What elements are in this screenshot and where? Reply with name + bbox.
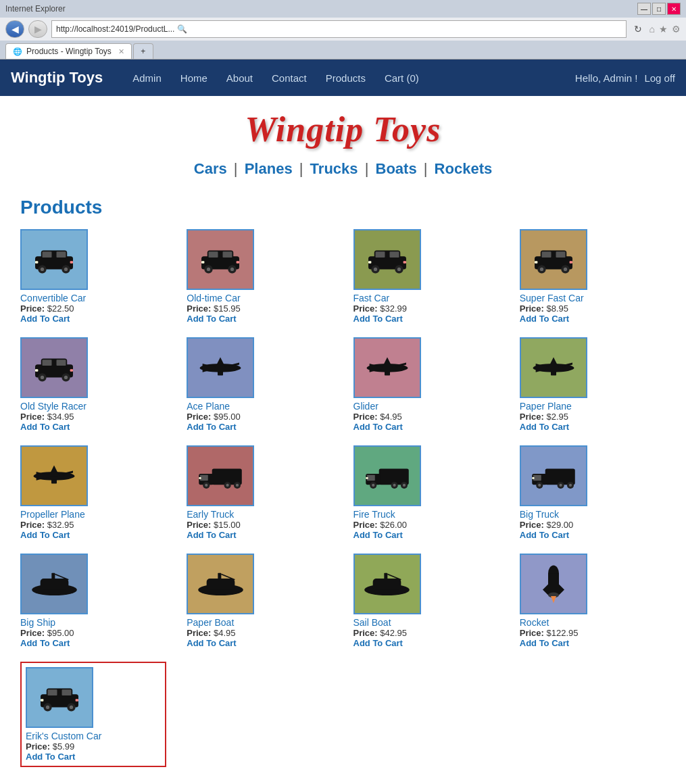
add-to-cart-button[interactable]: Add To Cart: [187, 638, 236, 648]
add-to-cart-button[interactable]: Add To Cart: [20, 530, 70, 540]
product-name[interactable]: Old Style Racer: [20, 401, 87, 412]
price-label: Price:: [187, 520, 211, 530]
product-name[interactable]: Fast Car: [353, 293, 390, 303]
sep-1: |: [234, 160, 238, 177]
add-to-cart-button[interactable]: Add To Cart: [520, 638, 569, 648]
svg-rect-59: [385, 371, 390, 375]
cat-rockets[interactable]: Rockets: [435, 160, 493, 177]
product-price: Price: $8.95: [520, 303, 568, 314]
cat-trucks[interactable]: Trucks: [310, 160, 358, 177]
nav-contact[interactable]: Contact: [262, 62, 316, 95]
cat-planes[interactable]: Planes: [245, 160, 293, 177]
add-to-cart-button[interactable]: Add To Cart: [353, 530, 403, 540]
product-image[interactable]: [20, 229, 88, 290]
product-image[interactable]: [26, 667, 93, 728]
svg-point-98: [569, 484, 572, 487]
svg-rect-126: [41, 699, 43, 702]
product-image[interactable]: [353, 229, 421, 290]
product-name[interactable]: Propeller Plane: [20, 509, 85, 520]
add-to-cart-button[interactable]: Add To Cart: [187, 422, 236, 432]
sep-3: |: [365, 160, 369, 177]
back-button[interactable]: ◀: [5, 20, 24, 38]
product-image[interactable]: [187, 445, 254, 506]
add-to-cart-button[interactable]: Add To Cart: [520, 530, 569, 540]
product-image[interactable]: [353, 554, 421, 614]
product-name[interactable]: Glider: [353, 401, 378, 412]
product-image[interactable]: [353, 445, 421, 506]
product-name[interactable]: Sail Boat: [353, 617, 391, 628]
svg-rect-19: [237, 261, 239, 264]
nav-admin[interactable]: Admin: [123, 62, 171, 95]
svg-rect-99: [532, 477, 534, 479]
maximize-button[interactable]: □: [652, 3, 666, 15]
product-image[interactable]: [20, 554, 88, 614]
svg-rect-12: [209, 251, 218, 258]
product-image[interactable]: [353, 337, 421, 398]
product-name[interactable]: Ace Plane: [187, 401, 230, 412]
svg-rect-72: [200, 475, 208, 481]
svg-point-45: [41, 376, 44, 379]
product-image[interactable]: [187, 337, 254, 398]
add-to-cart-button[interactable]: Add To Cart: [520, 422, 569, 432]
product-image[interactable]: [187, 229, 254, 290]
product-name[interactable]: Early Truck: [187, 509, 234, 520]
product-price: Price: $29.00: [520, 520, 574, 530]
add-to-cart-button[interactable]: Add To Cart: [20, 314, 70, 324]
nav-about[interactable]: About: [217, 62, 262, 95]
product-price: Price: $26.00: [353, 520, 408, 530]
product-image[interactable]: [520, 229, 587, 290]
product-name[interactable]: Paper Boat: [187, 617, 234, 628]
favorites-icon[interactable]: ★: [659, 24, 668, 34]
add-to-cart-button[interactable]: Add To Cart: [187, 530, 236, 540]
svg-rect-102: [51, 573, 55, 580]
add-to-cart-button[interactable]: Add To Cart: [20, 638, 70, 648]
brand-logo[interactable]: Wingtip Toys: [11, 69, 103, 87]
product-image[interactable]: [520, 445, 587, 506]
home-icon[interactable]: ⌂: [650, 24, 655, 34]
nav-cart[interactable]: Cart (0): [375, 62, 428, 95]
product-name[interactable]: Paper Plane: [520, 401, 572, 412]
product-name[interactable]: Big Ship: [20, 617, 55, 628]
add-to-cart-button[interactable]: Add To Cart: [353, 422, 403, 432]
minimize-button[interactable]: —: [637, 3, 651, 15]
product-image[interactable]: [20, 445, 88, 506]
product-image[interactable]: [520, 554, 587, 614]
product-name[interactable]: Old-time Car: [187, 293, 240, 303]
forward-button[interactable]: ▶: [28, 20, 47, 38]
cat-cars[interactable]: Cars: [194, 160, 227, 177]
refresh-button[interactable]: ↻: [631, 22, 645, 36]
product-image[interactable]: [20, 337, 88, 398]
product-price: Price: $32.95: [20, 520, 74, 530]
nav-home[interactable]: Home: [171, 62, 217, 95]
logoff-link[interactable]: Log off: [644, 72, 675, 84]
price-label: Price:: [20, 520, 45, 530]
active-tab[interactable]: 🌐 Products - Wingtip Toys ✕: [5, 43, 132, 59]
close-button[interactable]: ✕: [667, 3, 681, 15]
add-to-cart-button[interactable]: Add To Cart: [26, 752, 75, 762]
tools-icon[interactable]: ⚙: [672, 24, 681, 34]
new-tab[interactable]: +: [133, 43, 153, 59]
product-image[interactable]: [187, 554, 254, 614]
product-item: Big Ship Price: $95.00 Add To Cart: [20, 554, 166, 648]
product-image[interactable]: [520, 337, 587, 398]
tab-close-button[interactable]: ✕: [118, 47, 124, 56]
product-name[interactable]: Big Truck: [520, 509, 559, 520]
price-label: Price:: [520, 303, 544, 314]
svg-rect-120: [48, 689, 57, 695]
add-to-cart-button[interactable]: Add To Cart: [353, 638, 403, 648]
url-box[interactable]: http://localhost:24019/ProductL... 🔍: [51, 20, 627, 38]
add-to-cart-button[interactable]: Add To Cart: [187, 314, 236, 324]
product-name[interactable]: Convertible Car: [20, 293, 86, 303]
product-name[interactable]: Rocket: [520, 617, 549, 628]
svg-rect-38: [535, 261, 537, 264]
product-name[interactable]: Fire Truck: [353, 509, 395, 520]
add-to-cart-button[interactable]: Add To Cart: [353, 314, 403, 324]
add-to-cart-button[interactable]: Add To Cart: [520, 314, 569, 324]
add-to-cart-button[interactable]: Add To Cart: [20, 422, 70, 432]
cat-boats[interactable]: Boats: [376, 160, 417, 177]
svg-marker-61: [548, 357, 559, 368]
product-name[interactable]: Super Fast Car: [520, 293, 584, 303]
nav-products[interactable]: Products: [316, 62, 375, 95]
product-name[interactable]: Erik's Custom Car: [26, 731, 101, 741]
svg-rect-106: [218, 573, 221, 580]
